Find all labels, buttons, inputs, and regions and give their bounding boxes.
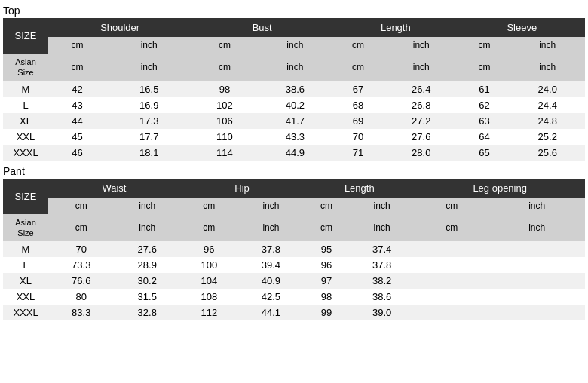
data-cell: 40.2	[258, 97, 333, 113]
pant-sub-hip-inch: inch	[238, 198, 304, 214]
size-col: XXL	[3, 289, 48, 305]
data-cell: 96	[304, 257, 349, 273]
size-col: XXXL	[3, 305, 48, 320]
data-cell: 61	[459, 81, 510, 97]
top-sub-shoulder-cm: cm	[48, 37, 106, 54]
data-cell: 41.7	[258, 113, 333, 129]
data-cell: 16.9	[106, 97, 191, 113]
top-header-sleeve: Sleeve	[459, 18, 585, 37]
data-cell: 37.8	[349, 257, 415, 273]
size-col: L	[3, 97, 48, 113]
top-asian-inch1: inch	[106, 54, 191, 81]
data-cell	[488, 289, 585, 305]
data-cell: 97	[304, 273, 349, 289]
data-cell: 70	[48, 241, 114, 257]
pant-asian-inch1: inch	[114, 214, 179, 242]
data-cell	[415, 273, 488, 289]
data-cell: 98	[191, 81, 257, 97]
table-row: XL4417.310641.76927.26324.8	[3, 113, 585, 129]
size-col: L	[3, 257, 48, 273]
top-header-length: Length	[332, 18, 458, 37]
data-cell: 40.9	[238, 273, 304, 289]
data-cell: 98	[304, 289, 349, 305]
data-cell: 39.4	[238, 257, 304, 273]
top-header-size: SIZE	[3, 18, 48, 54]
top-asian-inch3: inch	[384, 54, 459, 81]
data-cell: 43.3	[258, 129, 333, 145]
data-cell: 27.6	[114, 241, 179, 257]
data-cell: 69	[332, 113, 384, 129]
pant-asian-inch4: inch	[488, 214, 585, 242]
top-section-label: Top	[3, 3, 585, 18]
data-cell: 24.4	[510, 97, 585, 113]
data-cell: 37.4	[349, 241, 415, 257]
data-cell: 27.2	[384, 113, 459, 129]
pant-asian-size: AsianSize	[3, 214, 48, 242]
top-sub-shoulder-inch: inch	[106, 37, 191, 54]
top-header-shoulder: Shoulder	[48, 18, 191, 37]
data-cell	[415, 257, 488, 273]
top-sub-sleeve-inch: inch	[510, 37, 585, 54]
pant-asian-cm3: cm	[304, 214, 349, 242]
pant-asian-inch3: inch	[349, 214, 415, 242]
pant-asian-cm4: cm	[415, 214, 488, 242]
data-cell: 24.8	[510, 113, 585, 129]
data-cell: 38.2	[349, 273, 415, 289]
pant-table: SIZE Waist Hip Length Leg opening cm inc…	[3, 179, 585, 321]
data-cell	[488, 241, 585, 257]
data-cell: 17.3	[106, 113, 191, 129]
data-cell: 104	[180, 273, 238, 289]
pant-sub-waist-cm: cm	[48, 198, 114, 214]
table-row: M4216.59838.66726.46124.0	[3, 81, 585, 97]
data-cell: 25.2	[510, 129, 585, 145]
size-col: XL	[3, 273, 48, 289]
size-col: XXXL	[3, 145, 48, 161]
pant-asian-cm2: cm	[180, 214, 238, 242]
data-cell: 67	[332, 81, 384, 97]
pant-header-leg: Leg opening	[415, 179, 585, 198]
table-row: M7027.69637.89537.4	[3, 241, 585, 257]
table-row: XXL8031.510842.59838.6	[3, 289, 585, 305]
size-col: XXL	[3, 129, 48, 145]
data-cell: 73.3	[48, 257, 114, 273]
data-cell: 63	[459, 113, 510, 129]
data-cell	[488, 273, 585, 289]
data-cell: 44.1	[238, 305, 304, 320]
data-cell: 108	[180, 289, 238, 305]
top-table: SIZE Shoulder Bust Length Sleeve cm inch…	[3, 18, 585, 161]
data-cell: 27.6	[384, 129, 459, 145]
data-cell: 99	[304, 305, 349, 320]
pant-sub-leg-cm: cm	[415, 198, 488, 214]
pant-sub-leg-inch: inch	[488, 198, 585, 214]
pant-sub-waist-inch: inch	[114, 198, 179, 214]
data-cell: 26.8	[384, 97, 459, 113]
top-asian-cm3: cm	[332, 54, 384, 81]
data-cell: 45	[48, 129, 106, 145]
data-cell: 80	[48, 289, 114, 305]
top-sub-length-inch: inch	[384, 37, 459, 54]
table-row: XXL4517.711043.37027.66425.2	[3, 129, 585, 145]
top-asian-cm1: cm	[48, 54, 106, 81]
top-asian-cm4: cm	[459, 54, 510, 81]
top-asian-cm2: cm	[191, 54, 257, 81]
data-cell: 30.2	[114, 273, 179, 289]
table-row: L4316.910240.26826.86224.4	[3, 97, 585, 113]
data-cell	[488, 305, 585, 320]
pant-sub-hip-cm: cm	[180, 198, 238, 214]
data-cell: 31.5	[114, 289, 179, 305]
data-cell: 83.3	[48, 305, 114, 320]
pant-header-size: SIZE	[3, 179, 48, 214]
data-cell: 70	[332, 129, 384, 145]
data-cell: 37.8	[238, 241, 304, 257]
data-cell: 39.0	[349, 305, 415, 320]
pant-header-waist: Waist	[48, 179, 180, 198]
pant-header-length: Length	[304, 179, 415, 198]
data-cell: 25.6	[510, 145, 585, 161]
top-sub-bust-inch: inch	[258, 37, 333, 54]
data-cell: 42.5	[238, 289, 304, 305]
top-asian-inch4: inch	[510, 54, 585, 81]
data-cell: 43	[48, 97, 106, 113]
table-row: XL76.630.210440.99738.2	[3, 273, 585, 289]
data-cell	[415, 289, 488, 305]
top-asian-inch2: inch	[258, 54, 333, 81]
